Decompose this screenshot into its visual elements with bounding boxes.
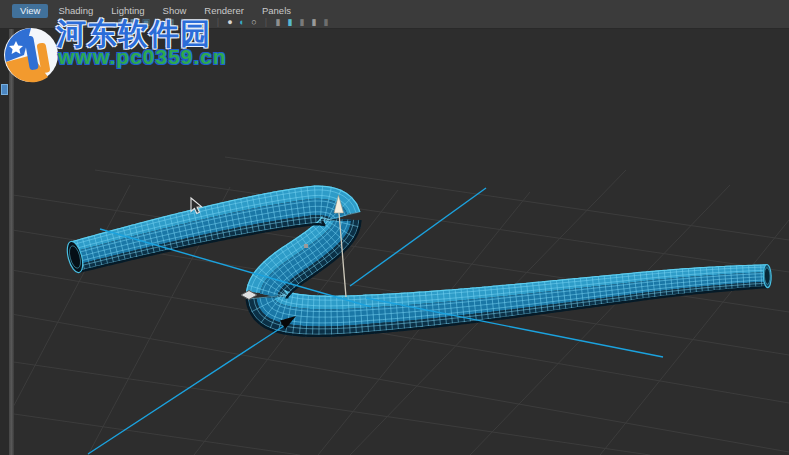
- white-sphere-icon[interactable]: ●: [224, 17, 236, 28]
- image-plane-icon[interactable]: ▦: [164, 17, 176, 28]
- lock-camera-icon[interactable]: ▦: [128, 17, 140, 28]
- isolate-bar-icon[interactable]: ▮: [272, 17, 284, 28]
- separator: |: [176, 17, 188, 28]
- menu-item-view[interactable]: View: [12, 4, 48, 18]
- separator: |: [212, 17, 224, 28]
- scene-svg: [0, 0, 789, 455]
- shading-teal-sphere-icon[interactable]: ●: [200, 17, 212, 28]
- shading-dark-sphere-icon[interactable]: ●: [188, 17, 200, 28]
- menu-item-shading[interactable]: Shading: [50, 4, 101, 18]
- xray-bar-icon[interactable]: ▮: [284, 17, 296, 28]
- bookmark-icon[interactable]: ▪: [152, 17, 164, 28]
- maya-viewport-window: ViewShadingLightingShowRendererPanels ▣▦…: [0, 0, 789, 455]
- camera-attributes-icon[interactable]: ▣: [140, 17, 152, 28]
- tube-end-cap: [763, 264, 772, 287]
- select-camera-icon[interactable]: ▣: [116, 17, 128, 28]
- panel-menubar: ViewShadingLightingShowRendererPanels ▣▦…: [0, 0, 789, 29]
- viewport-canvas[interactable]: [0, 0, 789, 455]
- left-tool-strip: [0, 28, 9, 455]
- wireframe-ring-icon[interactable]: ○: [248, 17, 260, 28]
- textured-sphere-icon[interactable]: ◐: [236, 17, 248, 28]
- viewport-background: [0, 0, 789, 455]
- viewport-left-border: [9, 28, 14, 455]
- exposure-bars-icon[interactable]: ▮: [308, 17, 320, 28]
- viewport-iconbar: ▣▦▣▪▦|●●|●◐○|▮▮▮▮▮: [116, 16, 332, 28]
- tool-strip-active-icon[interactable]: [1, 84, 8, 95]
- gamma-bars-icon[interactable]: ▮: [320, 17, 332, 28]
- joints-bar-icon[interactable]: ▮: [296, 17, 308, 28]
- manipulator-handle-dot: [304, 244, 308, 248]
- separator: |: [260, 17, 272, 28]
